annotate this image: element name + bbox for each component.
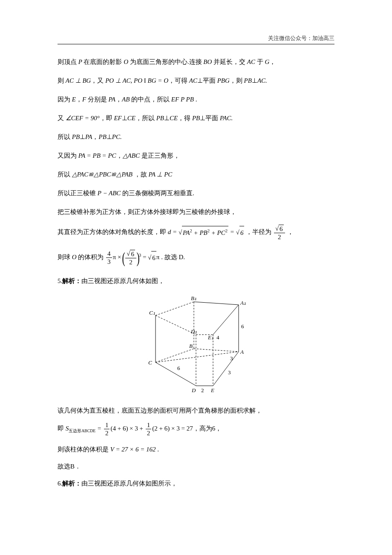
t: +: [192, 229, 200, 236]
v: PC.: [112, 133, 122, 140]
svg-text:3: 3: [228, 369, 231, 376]
t: (4 + 6) × 3 +: [110, 425, 144, 432]
v: PB: [199, 229, 207, 236]
var-bo: BO: [203, 58, 213, 65]
n: 2: [125, 258, 136, 266]
t: =: [228, 228, 236, 235]
content: 则顶点 P 在底面的射影 O 为底面三角形的中心.连接 BO 并延长，交 AC …: [58, 55, 334, 490]
t: 该几何体为直五棱柱，底面五边形的面积可用两个直角梯形的面积求解，: [58, 407, 262, 414]
t: ，半径为: [246, 228, 273, 235]
t: ⊥平面: [200, 115, 220, 121]
svg-text:D₁: D₁: [190, 328, 197, 335]
text-line: 则顶点 P 在底面的射影 O 为底面三角形的中心.连接 BO 并延长，交 AC …: [58, 55, 334, 68]
svg-text:B₁: B₁: [191, 295, 196, 301]
problem-5-header: 5.解析：由三视图还原原几何体如图，: [58, 275, 334, 287]
t: =: [95, 425, 103, 432]
v: CE: [127, 115, 135, 121]
text-line: 所以 PB⊥PA，PB⊥PC.: [58, 130, 334, 143]
expr: V = 27 × 6 = 162: [110, 446, 156, 453]
svg-line-5: [156, 349, 194, 362]
t: 因为: [58, 96, 72, 103]
t: ⊥: [107, 133, 112, 140]
text-line: 即 S五边形ABCDE = 12(4 + 6) × 3 + 12(2 + 6) …: [58, 421, 334, 437]
expr: △ABC: [123, 152, 140, 159]
v: E: [72, 96, 76, 103]
text-line: 又因为 PA = PB = PC，△ABC 是正三角形，: [58, 149, 334, 162]
t: ，所以: [135, 115, 156, 121]
t: 由三视图还原原几何体如图所示，: [81, 480, 177, 487]
text-line: 又 ∠CEF = 90°，即 EF⊥CE，所以 PB⊥CE，得 PB⊥平面 PA…: [58, 112, 334, 124]
text-line: 把三棱锥补形为正方体，则正方体外接球即为三棱锥的外接球，: [58, 205, 334, 218]
t: . 故选 D.: [161, 254, 185, 260]
text-line: 其直径为正方体的体对角线的长度，即 d = √PA2 + PB2 + PC2 =…: [58, 224, 334, 241]
t: 则顶点: [58, 58, 78, 65]
v: PA: [109, 96, 115, 103]
v: F: [82, 96, 88, 103]
v: PB: [98, 133, 106, 140]
expr: BG = O: [148, 77, 168, 84]
t: 由三视图还原原几何体如图，: [81, 278, 164, 284]
problem-number: 5.: [58, 278, 62, 284]
n: 1: [104, 421, 110, 429]
var-ac: AC: [247, 58, 257, 65]
svg-text:4: 4: [216, 334, 219, 341]
t: ⊥: [122, 115, 127, 121]
expr: PA = PB = PC: [78, 152, 116, 159]
t: 在底面的射影: [84, 58, 124, 65]
text-line: 则 AC ⊥ BG，又 PO ⊥ AC, PO I BG = O，可得 AC⊥平…: [58, 74, 334, 87]
svg-text:E: E: [210, 387, 214, 393]
t: =: [141, 254, 148, 260]
svg-line-9: [213, 352, 239, 386]
t: 的体积为: [78, 254, 105, 260]
v: EF: [114, 115, 121, 121]
t: ⊥: [80, 133, 85, 140]
t: 的三条侧棱两两互相垂直.: [121, 190, 194, 197]
problem-number: 6.: [58, 480, 62, 487]
t: 又因为: [58, 152, 78, 159]
t: ，即: [100, 115, 114, 121]
expr-diameter: d = √PA2 + PB2 + PC2 = √6: [168, 228, 246, 235]
v: PB: [156, 115, 164, 121]
expr: AC ⊥ BG: [66, 77, 91, 84]
v: PBG: [217, 77, 230, 84]
expr: PO ⊥ AC, PO: [105, 77, 142, 84]
svg-text:C₁: C₁: [149, 309, 155, 316]
text-line: 所以 △PAC≌△PBC≌△PAB ，故 PA ⊥ PC: [58, 168, 334, 181]
var-p: P: [78, 58, 84, 65]
svg-text:3: 3: [230, 355, 233, 361]
t: 则: [58, 77, 66, 84]
t: I: [142, 77, 148, 84]
t: 故选B．: [58, 463, 81, 470]
t: π: [156, 254, 160, 260]
t: ，又: [91, 77, 105, 84]
t: 是正三角形，: [140, 152, 180, 159]
t: ，: [287, 228, 294, 235]
svg-text:A₁: A₁: [240, 300, 246, 306]
v: PC: [217, 229, 225, 236]
svg-text:C: C: [148, 359, 152, 366]
svg-line-7: [156, 362, 196, 386]
text-line: 则该柱体的体积是 V = 27 × 6 = 162 .: [58, 443, 334, 456]
v: d =: [168, 228, 179, 235]
t: (2 + 6) × 3 = 27: [152, 425, 193, 432]
v: AC.: [257, 77, 267, 84]
v: PB: [192, 115, 200, 121]
var-o: O: [124, 58, 130, 65]
svg-line-15: [156, 352, 239, 362]
svg-line-2: [156, 315, 196, 335]
t: .: [156, 446, 159, 453]
expr: PA ⊥ PC: [149, 171, 173, 178]
v: CE: [170, 115, 178, 121]
t: ，: [76, 96, 82, 103]
page-header: 关注微信公众号：加油高三: [58, 33, 334, 44]
n: 6: [130, 250, 135, 258]
v: AC: [189, 77, 197, 84]
svg-text:6: 6: [241, 323, 244, 330]
t: 所以: [58, 133, 72, 140]
n: 2: [104, 429, 110, 437]
expr: ∠CEF = 90°: [66, 115, 100, 121]
v: PA: [183, 229, 190, 236]
t: ⊥平面: [197, 77, 217, 84]
v: PB: [244, 77, 252, 84]
text-line: 故选B．: [58, 460, 334, 473]
